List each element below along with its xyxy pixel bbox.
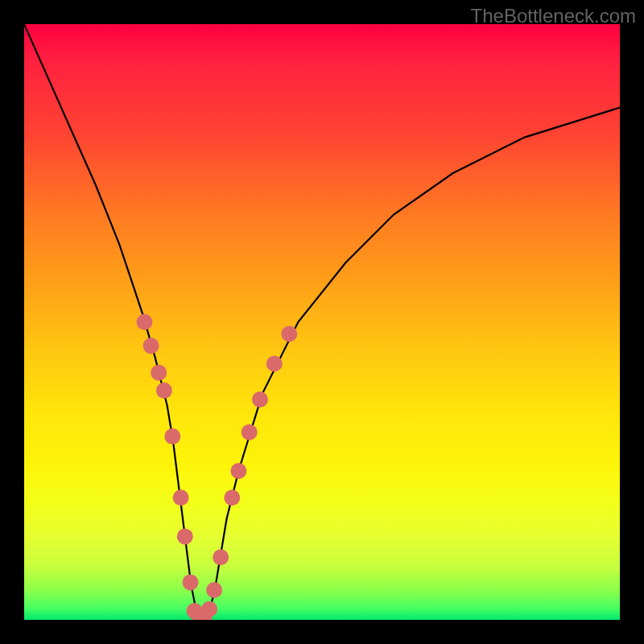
marker-point — [230, 463, 246, 479]
chart-frame: TheBottleneck.com — [0, 0, 644, 644]
watermark-text: TheBottleneck.com — [471, 5, 636, 27]
marker-point — [173, 489, 189, 506]
marker-point — [164, 428, 180, 444]
marker-point — [252, 391, 268, 407]
marker-point — [177, 528, 193, 544]
marker-point — [201, 601, 217, 617]
marker-point — [183, 574, 199, 590]
marker-point — [206, 582, 222, 598]
marker-point — [137, 314, 153, 330]
marker-point — [281, 326, 297, 342]
plot-area — [24, 24, 620, 620]
marker-point — [151, 365, 167, 381]
marker-point — [224, 489, 240, 506]
marker-point — [156, 382, 172, 398]
marker-point — [143, 338, 159, 354]
bottleneck-curve — [24, 24, 620, 620]
chart-svg — [24, 24, 620, 620]
marker-point — [213, 549, 229, 565]
marker-point — [266, 356, 283, 372]
marker-point — [242, 424, 258, 440]
